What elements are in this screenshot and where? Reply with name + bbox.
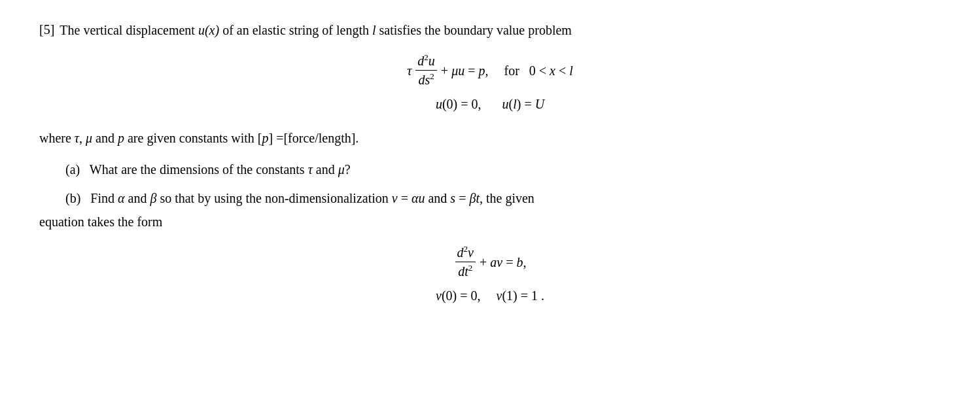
problem-intro: The vertical displacement u(x) of an ela… [60,20,572,41]
equation-line-3: d2v dt2 + av = b, [39,244,941,280]
bc2-right: v(1) = 1 . [497,284,545,307]
equation-line-2: u(0) = 0, u(l) = U [39,92,941,116]
u-x-var: u(x) [198,23,219,37]
part-a: (a) What are the dimensions of the const… [39,159,941,180]
fraction-d2v-dt2: d2v dt2 [455,244,476,280]
page-content: [5] The vertical displacement u(x) of an… [39,20,941,307]
numerator-d2v: d2v [455,244,476,262]
tau-coeff: τ [407,59,411,82]
equation-line-4: v(0) = 0, v(1) = 1 . [39,284,941,307]
fraction-d2u-ds2: d2u ds2 [415,52,437,88]
part-b-continued: equation takes the form [39,211,941,232]
numerator-d2u: d2u [415,52,437,71]
problem-label: [5] [39,20,54,39]
problem-header: [5] The vertical displacement u(x) of an… [39,20,941,41]
equation-block-1: τ d2u ds2 + μu = p, for 0 < x < l u(0) =… [39,52,941,116]
bc-left: u(0) = 0, [436,92,481,116]
part-b: (b) Find α and β so that by using the no… [39,188,941,209]
plus-mu-u: + μu = p, [441,59,489,82]
l-var: l [372,23,376,37]
bc2-left: v(0) = 0, [436,284,481,307]
plus-av-eq-b: + av = b, [480,250,526,274]
for-condition: for 0 < x < l [504,59,572,82]
part-a-label: (a) [65,162,80,177]
part-b-label: (b) [65,191,80,205]
denominator-ds2: ds2 [416,71,436,88]
bc-right: u(l) = U [502,92,544,116]
denominator-dt2: dt2 [456,262,474,280]
equation-block-2: d2v dt2 + av = b, v(0) = 0, v(1) = 1 . [39,244,941,307]
equation-line-1: τ d2u ds2 + μu = p, for 0 < x < l [39,52,941,88]
where-text: where τ, μ and p are given constants wit… [39,128,941,148]
